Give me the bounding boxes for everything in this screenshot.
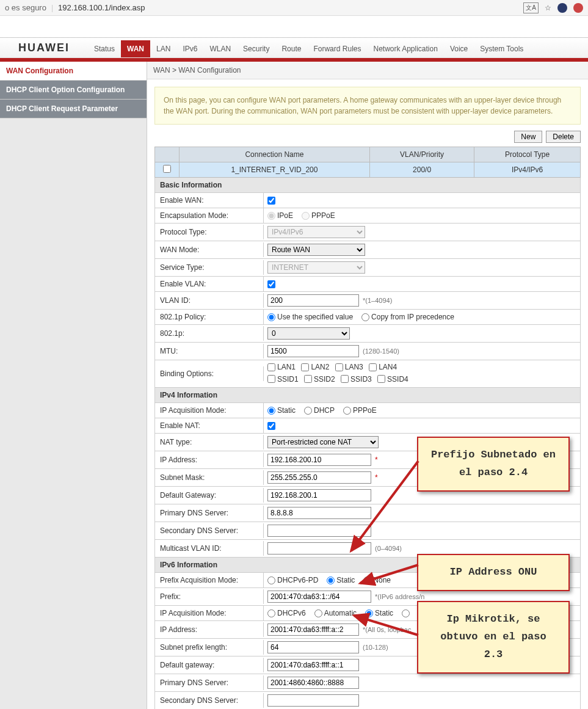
ip6-extra-radio[interactable] <box>402 609 410 617</box>
tab-system-tools[interactable]: System Tools <box>474 40 529 57</box>
bind-ssid3[interactable] <box>341 375 349 383</box>
new-button[interactable]: New <box>514 131 542 143</box>
extension-icon-2[interactable] <box>573 3 583 13</box>
brand-logo: HUAWEI <box>0 42 88 54</box>
security-hint: o es seguro <box>5 3 46 12</box>
sidebar: WAN Configuration DHCP Client Option Con… <box>0 62 147 709</box>
sidebar-item-dhcp-request[interactable]: DHCP Client Request Parameter <box>0 100 147 118</box>
ip4-pppoe-radio[interactable] <box>343 407 351 415</box>
star-icon[interactable]: ☆ <box>545 4 551 12</box>
section-basic: Basic Information <box>154 178 581 193</box>
sidebar-item-wan-config[interactable]: WAN Configuration <box>0 62 147 81</box>
ipv4-mvlan-input[interactable] <box>267 542 371 554</box>
ip6-dhcpv6-radio[interactable] <box>267 609 275 617</box>
pfx-dhcpv6pd-radio[interactable] <box>267 576 275 584</box>
tab-wan[interactable]: WAN <box>121 40 150 57</box>
delete-button[interactable]: Delete <box>546 131 581 143</box>
dot1p-spec-radio[interactable] <box>267 313 275 321</box>
ip6-auto-radio[interactable] <box>314 609 322 617</box>
ipv6-pdns-input[interactable] <box>267 677 359 689</box>
translate-icon[interactable]: 文A <box>523 2 539 13</box>
callout-1: Prefijo Subnetado en el paso 2.4 <box>417 437 570 492</box>
browser-address-bar: o es seguro | 192.168.100.1/index.asp 文A… <box>0 0 588 16</box>
tab-wlan[interactable]: WLAN <box>203 40 237 57</box>
ipv6-gateway-input[interactable] <box>267 659 359 671</box>
tab-security[interactable]: Security <box>237 40 275 57</box>
protocol-select[interactable]: IPv4/IPv6 <box>267 226 365 238</box>
bookmark-bar <box>0 16 588 38</box>
wan-mode-select[interactable]: Route WAN <box>267 244 365 256</box>
table-row[interactable]: 1_INTERNET_R_VID_200 200/0 IPv4/IPv6 <box>155 162 581 178</box>
tab-ipv6[interactable]: IPv6 <box>176 40 203 57</box>
extension-icon-1[interactable] <box>557 3 567 13</box>
top-tabs: Status WAN LAN IPv6 WLAN Security Route … <box>88 38 529 57</box>
ipv6-sdns-input[interactable] <box>267 694 359 707</box>
encap-ipoe-radio[interactable] <box>267 212 275 220</box>
tab-route[interactable]: Route <box>275 40 307 57</box>
bind-lan4[interactable] <box>369 363 377 371</box>
url-text[interactable]: 192.168.100.1/index.asp <box>58 3 145 12</box>
ipv4-address-input[interactable] <box>267 454 371 466</box>
col-protocol: Protocol Type <box>474 147 581 162</box>
dot1p-copy-radio[interactable] <box>361 313 369 321</box>
bind-ssid1[interactable] <box>267 375 275 383</box>
nat-type-select[interactable]: Port-restricted cone NAT <box>267 436 379 448</box>
brand-row: HUAWEI Status WAN LAN IPv6 WLAN Security… <box>0 38 588 58</box>
tab-status[interactable]: Status <box>88 40 121 57</box>
pfx-none-radio[interactable] <box>363 576 371 584</box>
callout-3: Ip Mikrotik, se obtuvo en el paso 2.3 <box>417 601 570 674</box>
bind-lan2[interactable] <box>301 363 309 371</box>
section-ipv4: IPv4 Information <box>154 388 581 403</box>
ip4-static-radio[interactable] <box>267 407 275 415</box>
breadcrumb: WAN > WAN Configuration <box>147 62 588 79</box>
dot1p-select[interactable]: 0 <box>267 327 350 340</box>
enable-vlan-checkbox[interactable] <box>267 280 275 288</box>
ip4-dhcp-radio[interactable] <box>304 407 312 415</box>
sidebar-item-dhcp-option[interactable]: DHCP Client Option Configuration <box>0 81 147 100</box>
ipv6-prefix-input[interactable] <box>267 591 371 603</box>
tab-network-app[interactable]: Network Application <box>367 40 443 57</box>
col-vlan-priority: VLAN/Priority <box>369 147 474 162</box>
pfx-static-radio[interactable] <box>327 576 335 584</box>
bind-ssid4[interactable] <box>377 375 385 383</box>
row-select-checkbox[interactable] <box>163 165 171 173</box>
bind-lan3[interactable] <box>335 363 343 371</box>
connection-table: Connection Name VLAN/Priority Protocol T… <box>154 147 581 178</box>
info-banner: On this page, you can configure WAN port… <box>154 87 581 125</box>
tab-lan[interactable]: LAN <box>150 40 176 57</box>
bind-ssid2[interactable] <box>304 375 312 383</box>
ipv4-mask-input[interactable] <box>267 471 371 484</box>
service-select[interactable]: INTERNET <box>267 261 365 274</box>
callout-2: IP Address ONU <box>417 554 570 591</box>
ipv6-address-input[interactable] <box>267 624 359 636</box>
enable-wan-checkbox[interactable] <box>267 197 275 205</box>
ipv4-pdns-input[interactable] <box>267 507 371 519</box>
bind-lan1[interactable] <box>267 363 275 371</box>
enable-nat-checkbox[interactable] <box>267 422 275 430</box>
vlan-id-input[interactable] <box>267 294 359 307</box>
ipv4-sdns-input[interactable] <box>267 525 371 537</box>
col-conn-name: Connection Name <box>180 147 370 162</box>
tab-forward-rules[interactable]: Forward Rules <box>307 40 367 57</box>
ipv6-pfxlen-input[interactable] <box>267 641 359 653</box>
ip6-static-radio[interactable] <box>365 609 373 617</box>
tab-voice[interactable]: Voice <box>444 40 474 57</box>
ipv4-gateway-input[interactable] <box>267 489 371 501</box>
encap-pppoe-radio[interactable] <box>302 212 310 220</box>
mtu-input[interactable] <box>267 345 359 357</box>
